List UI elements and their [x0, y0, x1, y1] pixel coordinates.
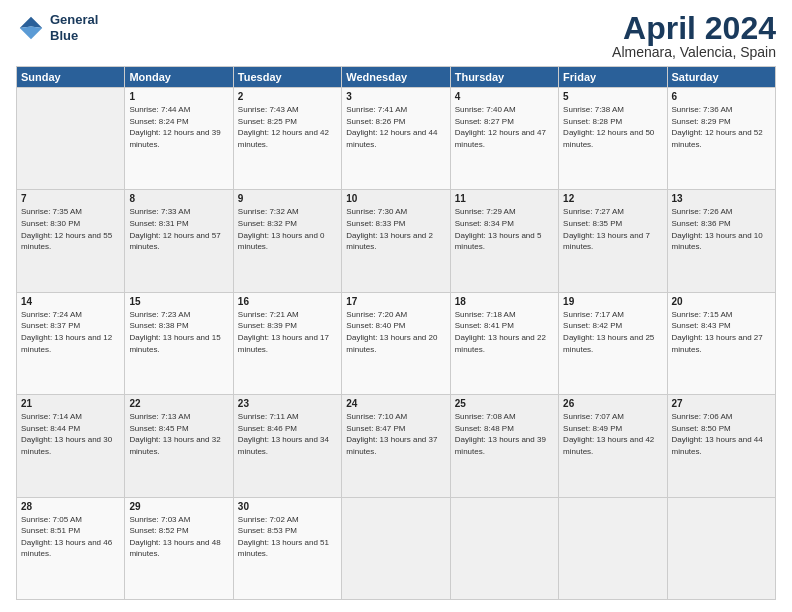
cell-content: Sunrise: 7:30 AM Sunset: 8:33 PM Dayligh… — [346, 206, 445, 252]
day-number: 27 — [672, 398, 771, 409]
day-number: 4 — [455, 91, 554, 102]
cell-content: Sunrise: 7:23 AM Sunset: 8:38 PM Dayligh… — [129, 309, 228, 355]
logo-line2: Blue — [50, 28, 98, 44]
cell-content: Sunrise: 7:07 AM Sunset: 8:49 PM Dayligh… — [563, 411, 662, 457]
page: General Blue April 2024 Almenara, Valenc… — [0, 0, 792, 612]
day-number: 11 — [455, 193, 554, 204]
cell-content: Sunrise: 7:10 AM Sunset: 8:47 PM Dayligh… — [346, 411, 445, 457]
svg-marker-1 — [20, 26, 43, 39]
header-cell-wednesday: Wednesday — [342, 67, 450, 88]
day-cell: 2Sunrise: 7:43 AM Sunset: 8:25 PM Daylig… — [233, 88, 341, 190]
top-header: General Blue April 2024 Almenara, Valenc… — [16, 12, 776, 60]
calendar-table: SundayMondayTuesdayWednesdayThursdayFrid… — [16, 66, 776, 600]
day-number: 6 — [672, 91, 771, 102]
header-cell-sunday: Sunday — [17, 67, 125, 88]
cell-content: Sunrise: 7:02 AM Sunset: 8:53 PM Dayligh… — [238, 514, 337, 560]
week-row-3: 21Sunrise: 7:14 AM Sunset: 8:44 PM Dayli… — [17, 395, 776, 497]
day-cell: 25Sunrise: 7:08 AM Sunset: 8:48 PM Dayli… — [450, 395, 558, 497]
title-block: April 2024 Almenara, Valencia, Spain — [612, 12, 776, 60]
day-cell: 26Sunrise: 7:07 AM Sunset: 8:49 PM Dayli… — [559, 395, 667, 497]
cell-content: Sunrise: 7:11 AM Sunset: 8:46 PM Dayligh… — [238, 411, 337, 457]
cell-content: Sunrise: 7:27 AM Sunset: 8:35 PM Dayligh… — [563, 206, 662, 252]
week-row-0: 1Sunrise: 7:44 AM Sunset: 8:24 PM Daylig… — [17, 88, 776, 190]
cell-content: Sunrise: 7:24 AM Sunset: 8:37 PM Dayligh… — [21, 309, 120, 355]
day-cell: 23Sunrise: 7:11 AM Sunset: 8:46 PM Dayli… — [233, 395, 341, 497]
day-cell — [667, 497, 775, 599]
logo-line1: General — [50, 12, 98, 28]
logo-icon — [16, 13, 46, 43]
header-cell-tuesday: Tuesday — [233, 67, 341, 88]
cell-content: Sunrise: 7:08 AM Sunset: 8:48 PM Dayligh… — [455, 411, 554, 457]
day-cell — [559, 497, 667, 599]
calendar-body: 1Sunrise: 7:44 AM Sunset: 8:24 PM Daylig… — [17, 88, 776, 600]
week-row-2: 14Sunrise: 7:24 AM Sunset: 8:37 PM Dayli… — [17, 292, 776, 394]
day-cell: 10Sunrise: 7:30 AM Sunset: 8:33 PM Dayli… — [342, 190, 450, 292]
cell-content: Sunrise: 7:41 AM Sunset: 8:26 PM Dayligh… — [346, 104, 445, 150]
day-cell — [342, 497, 450, 599]
cell-content: Sunrise: 7:06 AM Sunset: 8:50 PM Dayligh… — [672, 411, 771, 457]
cell-content: Sunrise: 7:20 AM Sunset: 8:40 PM Dayligh… — [346, 309, 445, 355]
location-subtitle: Almenara, Valencia, Spain — [612, 44, 776, 60]
day-cell: 16Sunrise: 7:21 AM Sunset: 8:39 PM Dayli… — [233, 292, 341, 394]
day-cell: 17Sunrise: 7:20 AM Sunset: 8:40 PM Dayli… — [342, 292, 450, 394]
day-cell: 18Sunrise: 7:18 AM Sunset: 8:41 PM Dayli… — [450, 292, 558, 394]
day-number: 1 — [129, 91, 228, 102]
cell-content: Sunrise: 7:17 AM Sunset: 8:42 PM Dayligh… — [563, 309, 662, 355]
cell-content: Sunrise: 7:44 AM Sunset: 8:24 PM Dayligh… — [129, 104, 228, 150]
day-number: 21 — [21, 398, 120, 409]
day-number: 13 — [672, 193, 771, 204]
day-cell: 30Sunrise: 7:02 AM Sunset: 8:53 PM Dayli… — [233, 497, 341, 599]
day-cell — [17, 88, 125, 190]
header-cell-saturday: Saturday — [667, 67, 775, 88]
month-title: April 2024 — [612, 12, 776, 44]
logo: General Blue — [16, 12, 98, 43]
day-number: 16 — [238, 296, 337, 307]
day-number: 19 — [563, 296, 662, 307]
day-cell: 15Sunrise: 7:23 AM Sunset: 8:38 PM Dayli… — [125, 292, 233, 394]
day-number: 5 — [563, 91, 662, 102]
cell-content: Sunrise: 7:26 AM Sunset: 8:36 PM Dayligh… — [672, 206, 771, 252]
cell-content: Sunrise: 7:05 AM Sunset: 8:51 PM Dayligh… — [21, 514, 120, 560]
header-cell-thursday: Thursday — [450, 67, 558, 88]
day-cell: 21Sunrise: 7:14 AM Sunset: 8:44 PM Dayli… — [17, 395, 125, 497]
day-cell: 6Sunrise: 7:36 AM Sunset: 8:29 PM Daylig… — [667, 88, 775, 190]
day-cell: 3Sunrise: 7:41 AM Sunset: 8:26 PM Daylig… — [342, 88, 450, 190]
calendar-header: SundayMondayTuesdayWednesdayThursdayFrid… — [17, 67, 776, 88]
day-number: 8 — [129, 193, 228, 204]
cell-content: Sunrise: 7:29 AM Sunset: 8:34 PM Dayligh… — [455, 206, 554, 252]
day-number: 30 — [238, 501, 337, 512]
day-cell: 20Sunrise: 7:15 AM Sunset: 8:43 PM Dayli… — [667, 292, 775, 394]
day-number: 28 — [21, 501, 120, 512]
cell-content: Sunrise: 7:21 AM Sunset: 8:39 PM Dayligh… — [238, 309, 337, 355]
day-cell: 28Sunrise: 7:05 AM Sunset: 8:51 PM Dayli… — [17, 497, 125, 599]
day-cell: 8Sunrise: 7:33 AM Sunset: 8:31 PM Daylig… — [125, 190, 233, 292]
cell-content: Sunrise: 7:03 AM Sunset: 8:52 PM Dayligh… — [129, 514, 228, 560]
day-number: 15 — [129, 296, 228, 307]
day-cell: 29Sunrise: 7:03 AM Sunset: 8:52 PM Dayli… — [125, 497, 233, 599]
day-number: 22 — [129, 398, 228, 409]
cell-content: Sunrise: 7:38 AM Sunset: 8:28 PM Dayligh… — [563, 104, 662, 150]
day-number: 24 — [346, 398, 445, 409]
logo-text: General Blue — [50, 12, 98, 43]
day-number: 25 — [455, 398, 554, 409]
day-number: 2 — [238, 91, 337, 102]
day-number: 10 — [346, 193, 445, 204]
day-cell: 7Sunrise: 7:35 AM Sunset: 8:30 PM Daylig… — [17, 190, 125, 292]
day-number: 12 — [563, 193, 662, 204]
day-number: 14 — [21, 296, 120, 307]
header-cell-monday: Monday — [125, 67, 233, 88]
cell-content: Sunrise: 7:13 AM Sunset: 8:45 PM Dayligh… — [129, 411, 228, 457]
cell-content: Sunrise: 7:15 AM Sunset: 8:43 PM Dayligh… — [672, 309, 771, 355]
day-cell: 27Sunrise: 7:06 AM Sunset: 8:50 PM Dayli… — [667, 395, 775, 497]
day-cell: 11Sunrise: 7:29 AM Sunset: 8:34 PM Dayli… — [450, 190, 558, 292]
day-number: 7 — [21, 193, 120, 204]
day-number: 18 — [455, 296, 554, 307]
header-cell-friday: Friday — [559, 67, 667, 88]
week-row-1: 7Sunrise: 7:35 AM Sunset: 8:30 PM Daylig… — [17, 190, 776, 292]
day-number: 9 — [238, 193, 337, 204]
header-row: SundayMondayTuesdayWednesdayThursdayFrid… — [17, 67, 776, 88]
day-number: 29 — [129, 501, 228, 512]
day-number: 23 — [238, 398, 337, 409]
cell-content: Sunrise: 7:14 AM Sunset: 8:44 PM Dayligh… — [21, 411, 120, 457]
cell-content: Sunrise: 7:35 AM Sunset: 8:30 PM Dayligh… — [21, 206, 120, 252]
